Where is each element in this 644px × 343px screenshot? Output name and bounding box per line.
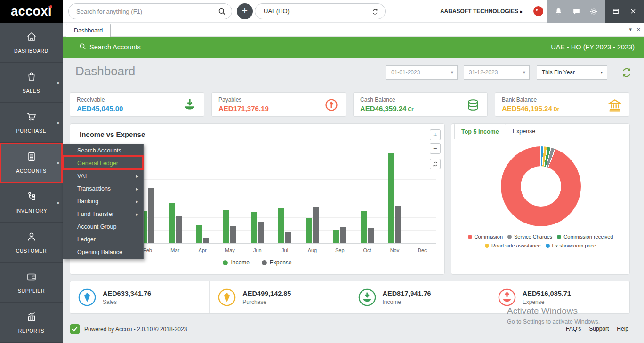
summary-value: AED633,341.76 (103, 290, 151, 297)
sidebar-item-customer[interactable]: CUSTOMER (0, 223, 63, 263)
x-tick-feb: Feb (143, 247, 152, 253)
chart-refresh-button[interactable] (430, 159, 441, 169)
document-tab-strip: Dashboard ▾ × (63, 23, 644, 37)
stat-value: AED45,045.00 (77, 104, 123, 112)
refresh-dashboard-button[interactable] (620, 65, 634, 80)
assistant-mascot-icon[interactable] (533, 6, 543, 16)
accounts-banner: Search Accounts UAE - HO (FY 2023 - 2023… (63, 37, 644, 58)
tab-top5-income[interactable]: Top 5 Income (454, 124, 506, 139)
summary-expense[interactable]: AED516,085.71Expense (490, 281, 629, 313)
stat-suffix: Cr (408, 106, 413, 112)
date-to-input[interactable]: 31-12-2023 ▼ (464, 65, 530, 80)
calendar-caret-icon[interactable]: ▼ (447, 66, 457, 79)
tab-top5-expense[interactable]: Expense (506, 124, 542, 139)
summary-label: Sales (103, 299, 151, 305)
accoxi-logo[interactable]: accoxi (0, 0, 63, 23)
bar-expense-feb (148, 188, 154, 243)
menu-item-banking[interactable]: Banking (63, 195, 143, 208)
date-from-value: 01-01-2023 (391, 69, 420, 76)
date-from-input[interactable]: 01-01-2023 ▼ (386, 65, 458, 80)
bar-group-nov: Nov (381, 142, 408, 243)
sidebar-item-dashboard[interactable]: DASHBOARD (0, 23, 63, 63)
payables-card[interactable]: Payables AED171,376.19 (211, 92, 346, 117)
company-menu[interactable]: AABASOFT TECHNOLOGIES▸ (414, 0, 523, 23)
sidebar-item-accounts[interactable]: ACCOUNTS ▸ (0, 143, 63, 183)
settings-gear-icon[interactable] (588, 5, 601, 18)
sidebar-item-reports[interactable]: REPORTS (0, 303, 63, 343)
cash-balance-card[interactable]: Cash Balance AED46,359.24Cr (353, 92, 488, 117)
sidebar-item-purchase[interactable]: PURCHASE ▸ (0, 103, 63, 143)
restore-window-icon[interactable] (609, 5, 622, 18)
bar-chart-legend: Income Expense (70, 259, 444, 266)
legend-commission-received[interactable]: Commission received (557, 234, 613, 239)
accoxi-logo-text: accoxi (11, 4, 52, 19)
search-accounts-button[interactable]: Search Accounts (79, 43, 141, 51)
menu-item-general-ledger[interactable]: General Ledger (63, 157, 143, 170)
powered-by-text: Powered by Accoxi - 2.0.10 © 2018-2023 (84, 326, 187, 333)
menu-item-transactions[interactable]: Transactions (63, 183, 143, 195)
footer-links: FAQ's Support Help (566, 326, 628, 332)
tab-dashboard[interactable]: Dashboard (66, 24, 111, 37)
menu-item-opening-balance[interactable]: Opening Balance (63, 246, 143, 259)
expense-tray-icon (498, 288, 516, 307)
bar-expense-mar (176, 216, 182, 243)
bar-group-may: May (216, 142, 243, 243)
support-link[interactable]: Support (589, 326, 609, 332)
menu-item-account-group[interactable]: Account Group (63, 221, 143, 233)
sidebar-item-inventory[interactable]: INVENTORY ▸ (0, 183, 63, 223)
legend-expense[interactable]: Expense (262, 259, 292, 266)
search-icon[interactable] (218, 8, 226, 17)
legend-income[interactable]: Income (223, 259, 249, 266)
bar-expense-jun (258, 222, 264, 243)
stat-value: AED171,376.19 (218, 104, 269, 112)
faqs-link[interactable]: FAQ's (566, 326, 581, 332)
bar-expense-oct (368, 228, 374, 243)
bar-expense-nov (395, 206, 401, 244)
summary-purchase[interactable]: AED499,142.85Purchase (210, 281, 350, 313)
sidebar-item-sales[interactable]: SALES ▸ (0, 63, 63, 103)
branch-switch-icon[interactable] (371, 8, 379, 18)
branch-selector[interactable]: UAE(HO) (255, 3, 386, 19)
menu-item-fund-transfer[interactable]: Fund Transfer (63, 208, 143, 221)
summary-sales[interactable]: AED633,341.76Sales (70, 281, 210, 313)
messages-chat-icon[interactable] (570, 5, 583, 18)
select-caret-icon: ▾ (596, 66, 607, 79)
stat-suffix: Dr (554, 106, 559, 112)
legend-service-charges[interactable]: Service Charges (507, 234, 552, 239)
bank-balance-card[interactable]: Bank Balance AED546,195.24Dr (495, 92, 629, 117)
global-search[interactable] (68, 3, 232, 19)
tab-list-caret-icon[interactable]: ▾ (629, 26, 632, 32)
zoom-out-button[interactable]: − (430, 143, 441, 154)
dot-icon (557, 235, 561, 239)
fin-year-select[interactable]: This Fin Year ▾ (537, 65, 607, 80)
bar-income-may (223, 210, 229, 243)
close-window-icon[interactable] (627, 5, 640, 18)
legend-commission[interactable]: Commission (468, 234, 503, 239)
bar-expense-sep (340, 227, 346, 243)
menu-item-ledger[interactable]: Ledger (63, 233, 143, 246)
x-tick-mar: Mar (170, 247, 179, 253)
sidebar-item-supplier[interactable]: SUPPLIER (0, 263, 63, 303)
main-sidebar: DASHBOARD SALES ▸ PURCHASE ▸ ACCOUNTS ▸ … (0, 23, 63, 343)
calendar-caret-icon[interactable]: ▼ (519, 66, 529, 79)
tab-close-icon[interactable]: × (636, 26, 640, 33)
customer-icon (26, 231, 37, 244)
help-link[interactable]: Help (617, 326, 628, 332)
bar-group-sep: Sep (326, 142, 354, 243)
x-tick-nov: Nov (390, 247, 400, 253)
income-tray-icon (358, 288, 377, 307)
summary-income[interactable]: AED817,941.76Income (350, 281, 490, 313)
notifications-bell-icon[interactable] (552, 5, 565, 18)
legend-ex-showroom-price[interactable]: Ex showroom price (546, 243, 596, 248)
x-tick-may: May (225, 247, 235, 253)
summary-label: Income (383, 299, 431, 305)
bar-income-apr (196, 225, 202, 243)
zoom-in-button[interactable]: + (430, 129, 441, 140)
menu-item-search-accounts[interactable]: Search Accounts (63, 144, 143, 157)
global-search-input[interactable] (76, 4, 215, 18)
receivable-card[interactable]: Receivable AED45,045.00 (70, 92, 204, 117)
quick-add-button[interactable]: + (237, 3, 253, 19)
menu-item-vat[interactable]: VAT (63, 170, 143, 183)
bar-expense-aug (313, 207, 319, 243)
legend-road-side-assistance[interactable]: Road side assistance (485, 243, 541, 248)
